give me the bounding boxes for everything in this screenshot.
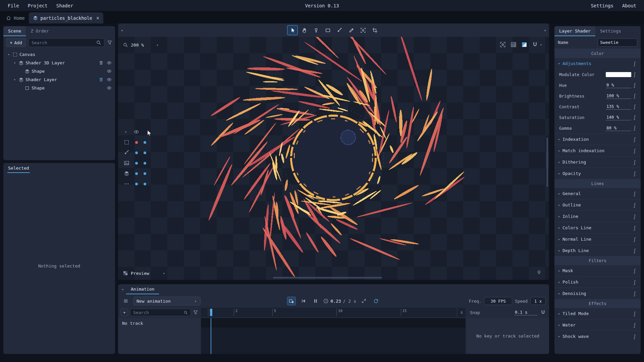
chevron-down-icon[interactable]: ▾ xyxy=(121,288,125,291)
animate-icon[interactable]: ʃ xyxy=(631,311,638,316)
funnel-icon[interactable] xyxy=(193,310,198,315)
search-field[interactable] xyxy=(32,40,94,45)
chevron-right-icon[interactable]: ▸ xyxy=(557,149,561,153)
track-menu-button[interactable] xyxy=(121,297,130,305)
time-current[interactable]: 0.23 xyxy=(330,299,341,304)
select-tool-button[interactable] xyxy=(287,25,298,35)
animate-icon[interactable]: ʃ xyxy=(631,334,638,339)
overlay-row-brush[interactable] xyxy=(122,147,146,158)
overlay-row-dashed-rect[interactable] xyxy=(122,137,146,147)
tree-row-shader-layer[interactable]: ▾Shader Layer xyxy=(3,75,115,84)
scene-search-input[interactable] xyxy=(29,38,104,47)
property-group-denoising[interactable]: ▸Denoisingʃ xyxy=(554,288,641,299)
toggle-dot[interactable] xyxy=(135,172,138,175)
speed-field[interactable]: 1 x xyxy=(530,297,546,305)
tab-document[interactable]: particles_blackhole × xyxy=(29,12,103,23)
animate-icon[interactable]: ʃ xyxy=(631,237,638,242)
property-group-normal-line[interactable]: ▸Normal Lineʃ xyxy=(554,233,641,245)
chevron-right-icon[interactable]: ▸ xyxy=(557,137,561,141)
animate-icon[interactable]: ʃ xyxy=(631,148,638,154)
toggle-dot[interactable] xyxy=(144,183,146,185)
funnel-icon[interactable] xyxy=(107,40,112,45)
tree-row-shape[interactable]: Shape xyxy=(3,84,115,92)
zoom-area-tool-button[interactable] xyxy=(358,25,368,35)
chevron-right-icon[interactable]: ▸ xyxy=(557,292,561,295)
pause-button[interactable] xyxy=(311,297,320,305)
value-field[interactable]: 135 % xyxy=(606,104,631,110)
track-list[interactable]: No track xyxy=(118,318,201,354)
chevron-down-icon[interactable]: ▾ xyxy=(7,53,11,56)
fit-view-button[interactable] xyxy=(500,42,506,48)
tab-animation[interactable]: Animation xyxy=(126,284,159,294)
menu-file[interactable]: File xyxy=(3,3,23,8)
toggle-dot[interactable] xyxy=(144,162,146,165)
chevron-right-icon[interactable]: ▸ xyxy=(557,215,561,218)
animate-icon[interactable]: ʃ xyxy=(631,202,638,208)
toggle-dot[interactable] xyxy=(144,141,146,144)
chevron-down-icon[interactable]: ▾ xyxy=(124,130,128,134)
eye-icon[interactable] xyxy=(107,69,112,74)
toggle-dot[interactable] xyxy=(144,152,146,154)
eye-icon[interactable] xyxy=(107,77,112,82)
chevron-right-icon[interactable]: ▸ xyxy=(557,226,561,230)
property-group-tiled-mode[interactable]: ▸Tiled Modeʃ xyxy=(554,308,641,319)
eye-icon[interactable] xyxy=(107,60,112,65)
animate-icon[interactable]: ʃ xyxy=(631,280,638,285)
eye-icon[interactable] xyxy=(133,129,139,135)
overlay-row-more[interactable] xyxy=(122,179,146,189)
animate-icon[interactable]: ʃ xyxy=(631,125,638,131)
animate-icon[interactable]: ʃ xyxy=(631,61,638,66)
track-search-field[interactable] xyxy=(133,310,181,315)
property-group-general[interactable]: ▸Generalʃ xyxy=(554,188,641,199)
animate-icon[interactable]: ʃ xyxy=(631,160,638,165)
chevron-right-icon[interactable]: ▸ xyxy=(557,237,561,241)
chevron-right-icon[interactable]: ▸ xyxy=(557,249,561,252)
chevron-down-icon[interactable]: ▾ xyxy=(557,62,561,65)
chevron-down-icon[interactable]: ▾ xyxy=(155,43,159,47)
tab-settings[interactable]: Settings xyxy=(595,26,626,36)
animate-icon[interactable]: ʃ xyxy=(631,82,638,88)
property-group-indexation[interactable]: ▸Indexationʃ xyxy=(554,133,641,145)
overlay-row-image[interactable] xyxy=(122,158,146,168)
menu-shader[interactable]: Shader xyxy=(52,3,78,8)
brush-tool-button[interactable] xyxy=(334,25,345,35)
animate-icon[interactable]: ʃ xyxy=(631,104,638,109)
add-button[interactable]: + Add xyxy=(6,38,26,47)
animate-icon[interactable]: ʃ xyxy=(631,214,638,219)
tree-row-shader-3d-layer[interactable]: ▾Shader 3D Layer xyxy=(3,59,115,67)
tab-z-order[interactable]: Z Order xyxy=(26,26,54,36)
name-field[interactable] xyxy=(598,39,637,47)
tab-home[interactable]: Home xyxy=(2,12,29,23)
chevron-right-icon[interactable]: ▸ xyxy=(557,269,561,273)
expand-button[interactable] xyxy=(360,297,368,305)
autokey-button[interactable] xyxy=(287,297,296,305)
toggle-dot[interactable] xyxy=(135,141,138,144)
toggle-dot[interactable] xyxy=(144,172,146,175)
collapse-left-icon[interactable]: ◂ xyxy=(118,23,126,37)
magnet-icon[interactable] xyxy=(540,310,546,315)
chevron-right-icon[interactable]: ▸ xyxy=(557,312,561,315)
animation-select[interactable]: New animation ▾ xyxy=(133,297,201,305)
magnet-button[interactable]: ▾ xyxy=(532,42,543,48)
preview-button[interactable]: Preview ▾ xyxy=(123,270,166,276)
playhead-line[interactable] xyxy=(211,318,211,354)
chevron-right-icon[interactable]: ▸ xyxy=(557,323,561,327)
animate-icon[interactable]: ʃ xyxy=(631,93,638,99)
value-field[interactable]: 0 % xyxy=(606,82,631,88)
overlay-row-layers[interactable] xyxy=(122,168,146,179)
chevron-right-icon[interactable]: ▸ xyxy=(557,192,561,195)
add-track-button[interactable]: + xyxy=(121,309,128,316)
property-group-polish[interactable]: ▸Polishʃ xyxy=(554,276,641,288)
loop-button[interactable] xyxy=(372,297,380,305)
animate-icon[interactable]: ʃ xyxy=(631,171,638,176)
menu-about[interactable]: About xyxy=(618,3,641,8)
menu-project[interactable]: Project xyxy=(23,3,52,8)
animate-icon[interactable]: ʃ xyxy=(631,322,638,328)
animate-icon[interactable]: ʃ xyxy=(631,291,638,296)
palette-button[interactable] xyxy=(521,42,527,48)
timeline-ruler[interactable]: 0251015 xyxy=(201,308,457,317)
toggle-dot[interactable] xyxy=(135,152,138,154)
tree-row-shape[interactable]: Shape xyxy=(3,67,115,75)
grid-button[interactable] xyxy=(511,42,517,48)
chevron-down-icon[interactable]: ▾ xyxy=(13,61,17,65)
